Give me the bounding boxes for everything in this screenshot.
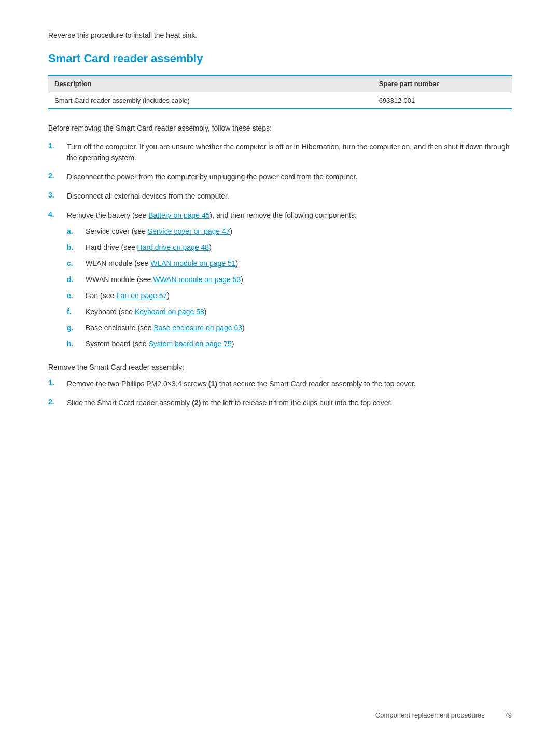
page-container: Reverse this procedure to install the he…	[0, 0, 560, 745]
sub-step-letter: d.	[67, 274, 86, 285]
remove-step-item: 1.Remove the two Phillips PM2.0×3.4 scre…	[48, 378, 512, 389]
remove-section-title: Remove the Smart Card reader assembly:	[48, 363, 512, 371]
table-row: Smart Card reader assembly (includes cab…	[48, 92, 512, 109]
sub-step-text-before: Service cover (see	[86, 227, 148, 235]
step-number: 4.	[48, 210, 67, 218]
sub-step-text-after: )	[167, 291, 170, 300]
sub-step-item: d.WWAN module (see WWAN module on page 5…	[67, 274, 357, 285]
sub-step-link[interactable]: Hard drive on page 48	[137, 243, 209, 251]
sub-step-content: WLAN module (see WLAN module on page 51)	[86, 258, 238, 269]
sub-step-text-before: Fan (see	[86, 291, 116, 300]
footer-separator	[491, 711, 498, 719]
sub-step-content: Fan (see Fan on page 57)	[86, 290, 170, 301]
sub-step-text-after: )	[230, 227, 233, 235]
step-content: Disconnect the power from the computer b…	[67, 172, 357, 182]
parts-table: Description Spare part number Smart Card…	[48, 75, 512, 109]
table-header-row: Description Spare part number	[48, 75, 512, 92]
remove-step-text-after: to the left to release it from the clips…	[201, 399, 392, 407]
remove-step-item: 2.Slide the Smart Card reader assembly (…	[48, 398, 512, 409]
sub-step-text-before: Hard drive (see	[86, 243, 137, 251]
sub-step-item: h.System board (see System board on page…	[67, 339, 357, 349]
sub-step-link[interactable]: System board on page 75	[148, 340, 231, 348]
table-header-spare-part: Spare part number	[373, 75, 512, 92]
remove-step-text-before: Slide the Smart Card reader assembly	[67, 399, 192, 407]
remove-step-text-before: Remove the two Phillips PM2.0×3.4 screws	[67, 379, 208, 388]
main-step-item: 1.Turn off the computer. If you are unsu…	[48, 142, 512, 163]
sub-step-content: Base enclosure (see Base enclosure on pa…	[86, 322, 245, 333]
sub-step-text-before: WWAN module (see	[86, 275, 153, 284]
table-cell-part-number: 693312-001	[373, 92, 512, 109]
main-step-item: 4.Remove the battery (see Battery on pag…	[48, 210, 512, 355]
sub-step-link[interactable]: Keyboard on page 58	[135, 307, 204, 316]
sub-steps-list: a.Service cover (see Service cover on pa…	[67, 226, 357, 349]
table-header-description: Description	[48, 75, 373, 92]
sub-step-letter: c.	[67, 258, 86, 269]
sub-step-text-before: WLAN module (see	[86, 259, 150, 268]
sub-step-letter: h.	[67, 339, 86, 349]
table-cell-description: Smart Card reader assembly (includes cab…	[48, 92, 373, 109]
sub-step-item: b.Hard drive (see Hard drive on page 48)	[67, 242, 357, 253]
before-removing-text: Before removing the Smart Card reader as…	[48, 124, 512, 132]
sub-step-item: f.Keyboard (see Keyboard on page 58)	[67, 306, 357, 317]
sub-step-text-after: )	[242, 324, 245, 332]
sub-step-letter: a.	[67, 226, 86, 237]
step-number: 1.	[48, 142, 67, 150]
sub-step-link[interactable]: Service cover on page 47	[148, 227, 230, 235]
sub-step-item: g.Base enclosure (see Base enclosure on …	[67, 322, 357, 333]
step-link[interactable]: Battery on page 45	[148, 211, 209, 219]
sub-step-item: e.Fan (see Fan on page 57)	[67, 290, 357, 301]
sub-step-link[interactable]: Fan on page 57	[116, 291, 167, 300]
sub-step-text-after: )	[204, 307, 207, 316]
footer-section-text: Component replacement procedures	[375, 711, 485, 719]
remove-steps-list: 1.Remove the two Phillips PM2.0×3.4 scre…	[48, 378, 512, 409]
step-number: 3.	[48, 191, 67, 199]
sub-step-text-after: )	[232, 340, 234, 348]
remove-step-number: 1.	[48, 378, 67, 387]
remove-step-bold: (1)	[208, 379, 217, 388]
sub-step-content: WWAN module (see WWAN module on page 53)	[86, 274, 243, 285]
step-content: Disconnect all external devices from the…	[67, 191, 229, 202]
sub-step-content: Service cover (see Service cover on page…	[86, 226, 232, 237]
step-content: Turn off the computer. If you are unsure…	[67, 142, 512, 163]
sub-step-text-before: Base enclosure (see	[86, 324, 154, 332]
main-step-item: 2.Disconnect the power from the computer…	[48, 172, 512, 182]
sub-step-letter: b.	[67, 242, 86, 253]
sub-step-item: a.Service cover (see Service cover on pa…	[67, 226, 357, 237]
step-text-after-link: ), and then remove the following compone…	[210, 211, 357, 219]
sub-step-link[interactable]: WWAN module on page 53	[153, 275, 241, 284]
step-content: Remove the battery (see Battery on page …	[67, 210, 357, 355]
sub-step-text-before: Keyboard (see	[86, 307, 135, 316]
remove-step-content: Slide the Smart Card reader assembly (2)…	[67, 398, 392, 409]
intro-text: Reverse this procedure to install the he…	[48, 31, 512, 39]
sub-step-text-before: System board (see	[86, 340, 148, 348]
sub-step-letter: f.	[67, 306, 86, 317]
main-steps-list: 1.Turn off the computer. If you are unsu…	[48, 142, 512, 355]
remove-step-content: Remove the two Phillips PM2.0×3.4 screws…	[67, 378, 416, 389]
sub-step-letter: e.	[67, 290, 86, 301]
sub-step-content: System board (see System board on page 7…	[86, 339, 234, 349]
sub-step-letter: g.	[67, 322, 86, 333]
sub-step-text-after: )	[236, 259, 239, 268]
sub-step-link[interactable]: Base enclosure on page 63	[154, 324, 242, 332]
remove-step-bold: (2)	[192, 399, 201, 407]
main-step-item: 3.Disconnect all external devices from t…	[48, 191, 512, 202]
section-title: Smart Card reader assembly	[48, 52, 512, 65]
sub-step-content: Hard drive (see Hard drive on page 48)	[86, 242, 212, 253]
sub-step-content: Keyboard (see Keyboard on page 58)	[86, 306, 207, 317]
page-number: 79	[505, 711, 512, 719]
page-footer: Component replacement procedures 79	[375, 711, 512, 719]
sub-step-text-after: )	[241, 275, 243, 284]
sub-step-item: c.WLAN module (see WLAN module on page 5…	[67, 258, 357, 269]
remove-step-text-after: that secure the Smart Card reader assemb…	[217, 379, 416, 388]
sub-step-link[interactable]: WLAN module on page 51	[150, 259, 235, 268]
sub-step-text-after: )	[209, 243, 212, 251]
step-text-before-link: Remove the battery (see	[67, 211, 148, 219]
step-number: 2.	[48, 172, 67, 180]
remove-step-number: 2.	[48, 398, 67, 406]
